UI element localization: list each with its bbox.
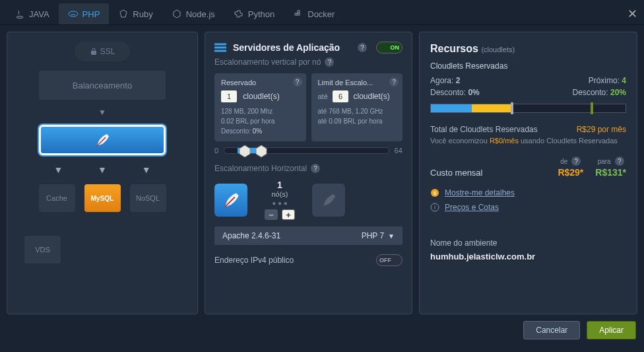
cost-title: Custo mensal [430,168,482,178]
cache-box[interactable]: Cache [39,184,75,212]
total-label: Total de Cloudlets Reservadas [430,125,538,134]
footer-buttons: Cancelar Aplicar [0,321,644,339]
svg-rect-3 [295,13,297,15]
node-disabled-box [312,184,345,217]
help-icon[interactable]: ? [571,157,581,166]
lock-icon [90,48,98,55]
reserved-meta2: 0.02 BRL por hora [221,116,300,126]
resources-subtitle: (cloudlets) [481,46,515,53]
ssl-button[interactable]: SSL [75,42,130,61]
reserved-card: Reservado ? 1 cloudlet(s) 128 MB, 200 Mh… [214,73,306,141]
hscale-label: Escalonamento Horizontal? [214,164,402,173]
tab-ruby[interactable]: Ruby [109,3,162,24]
balance-label: Balanceamento [73,81,132,90]
reserved-input[interactable]: 1 [221,90,237,102]
help-icon[interactable]: ? [293,77,302,87]
vds-label: VDS [35,246,50,254]
app-server-box[interactable] [39,125,166,155]
coin-icon: $ [430,188,439,197]
slider-min: 0 [214,147,218,155]
env-name-label: Nome do ambiente [430,238,626,248]
reserved-title: Reservado [221,79,300,87]
arrow-down-icon: ▼ [16,108,188,117]
help-icon[interactable]: ? [358,43,367,52]
now-val: 2 [456,76,461,85]
help-icon[interactable]: ? [615,157,624,166]
plus-button[interactable]: + [282,209,295,220]
tab-node[interactable]: Node.js [162,3,224,24]
topology-panel: SSL Balanceamento ▼ ▼▼▼ Cache MySQL NoSQ… [7,32,198,314]
node-active-box[interactable] [214,184,247,217]
on-toggle[interactable]: ON [376,42,402,53]
quotas-link[interactable]: Preços e Cotas [445,203,499,212]
vds-box[interactable]: VDS [24,236,61,264]
cloudlet-slider[interactable] [224,147,389,154]
next-val: 4 [622,76,626,85]
feather-icon [94,131,111,149]
tab-label: Python [248,9,274,19]
svg-text:i: i [434,204,435,211]
ipv4-toggle[interactable]: OFF [376,254,402,266]
app-server-panel: Servidores de Aplicação ? ON Escalonamen… [205,32,412,314]
vscale-label: Escalonamento vertical por nó? [214,57,402,67]
slider-handle-reserved[interactable] [238,144,252,158]
limit-input[interactable]: 6 [333,90,348,102]
nosql-box[interactable]: NoSQL [130,184,166,212]
resource-bar [430,104,626,113]
limit-prefix: até [318,92,328,100]
help-icon[interactable]: ? [389,77,399,87]
svg-marker-10 [240,145,250,157]
disc-label2: Desconto: [573,88,608,97]
slider-max: 64 [395,147,402,155]
tab-python[interactable]: Python [224,3,284,24]
nodes-label: nó(s) [265,190,295,198]
reserved-discount-label: Desconto: [221,127,251,135]
details-link[interactable]: Mostre-me detalhes [445,188,515,197]
cache-label: Cache [46,194,67,202]
tab-label: JAVA [29,9,49,19]
help-icon[interactable]: ? [325,57,334,67]
php-icon: php [68,9,79,19]
version-php: PHP 7 [362,231,384,240]
close-icon[interactable]: ✕ [628,7,637,21]
tab-label: Node.js [186,9,215,19]
version-selector[interactable]: Apache 2.4.6-31 PHP 7 ▼ [214,227,402,245]
tab-label: Docker [307,9,335,19]
resources-title: Recursos [430,43,478,54]
node-icon [172,9,182,19]
to-label: para [598,158,611,165]
minus-button[interactable]: − [265,209,278,220]
dots-icon: ● ● ● [265,199,295,207]
reserved-unit: cloudlet(s) [243,92,279,101]
help-icon[interactable]: ? [311,164,320,173]
next-label: Próximo: [589,76,620,85]
svg-rect-5 [298,11,300,13]
slider-handle-limit[interactable] [254,144,269,158]
tab-php[interactable]: php PHP [59,3,110,24]
reserved-discount-val: 0% [253,127,262,135]
to-val: R$131* [595,167,626,178]
python-icon [234,9,244,19]
disc-label: Desconto: [430,88,466,97]
limit-unit: cloudlet(s) [353,92,389,101]
limit-meta1: até 768 MB, 1.20 GHz [318,106,397,116]
tab-docker[interactable]: Docker [284,3,344,24]
apply-button[interactable]: Aplicar [587,321,636,339]
tab-label: Ruby [133,9,152,19]
feather-icon [320,192,337,209]
disc-next: 20% [610,88,626,97]
limit-card: Limit de Escalo... ? até 6 cloudlet(s) a… [311,73,403,141]
svg-text:php: php [71,13,75,16]
cancel-button[interactable]: Cancelar [523,321,580,339]
total-val: R$29 por mês [577,125,626,134]
java-icon [15,9,25,19]
load-balancer-box[interactable]: Balanceamento [39,71,166,100]
disc-now: 0% [468,88,479,97]
mysql-box[interactable]: MySQL [84,184,121,212]
docker-icon [293,9,304,19]
chevron-down-icon: ▼ [388,232,395,240]
svg-marker-11 [256,145,267,157]
tab-java[interactable]: JAVA [5,3,59,24]
nosql-label: NoSQL [136,194,160,202]
svg-point-0 [16,17,23,18]
